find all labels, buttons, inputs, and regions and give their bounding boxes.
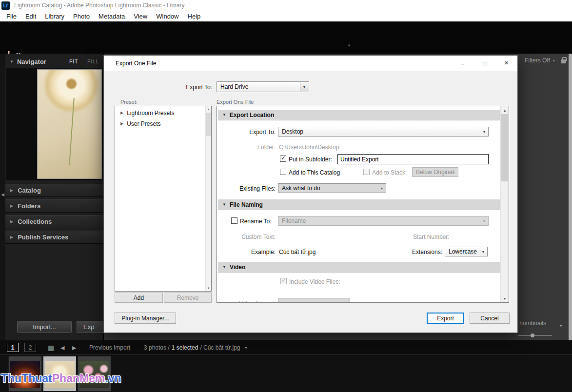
right-panel-scrollbar[interactable] bbox=[569, 54, 572, 340]
cancel-button[interactable]: Cancel bbox=[470, 313, 510, 324]
selection-status[interactable]: 3 photos / 1 selected / Cúc bất tử.jpg ▾ bbox=[144, 344, 247, 351]
preset-item-lightroom-presets[interactable]: ▶ Lightroom Presets bbox=[115, 106, 211, 117]
lightroom-app-icon: Lr bbox=[1, 1, 10, 10]
existing-files-combo[interactable]: Ask what to do ▾ bbox=[278, 183, 386, 193]
import-button[interactable]: Import... bbox=[17, 321, 72, 333]
filmstrip-options-caret-icon[interactable]: ▾ bbox=[560, 323, 562, 328]
left-panel-gutter: ◀ bbox=[0, 54, 5, 340]
app-window: Lr Lightroom Catalog - Adobe Photoshop L… bbox=[0, 0, 572, 392]
menu-item-view[interactable]: View bbox=[129, 13, 152, 20]
combo-arrow-icon: ▾ bbox=[345, 301, 347, 303]
scroll-up-icon[interactable]: ▲ bbox=[501, 106, 509, 114]
menu-item-photo[interactable]: Photo bbox=[69, 13, 94, 20]
section-title: Video bbox=[230, 264, 245, 271]
navigator-fill-option[interactable]: FILL bbox=[87, 59, 99, 64]
secondary-window-button[interactable]: 2 bbox=[24, 343, 36, 352]
watermark-part-1: ThuThuat bbox=[1, 372, 52, 385]
filters-control[interactable]: Filters Off ▾ bbox=[525, 57, 566, 64]
navigator-collapse-icon: ▼ bbox=[10, 59, 14, 64]
maximize-button[interactable]: □ bbox=[473, 56, 495, 71]
source-indicator[interactable]: Previous Import bbox=[89, 344, 130, 351]
remove-preset-button[interactable]: Remove bbox=[164, 293, 212, 303]
menu-item-library[interactable]: Library bbox=[40, 13, 69, 20]
navigator-header[interactable]: ▼ Navigator FIT FILL bbox=[5, 56, 103, 67]
section-header-export-location[interactable]: ▼ Export Location bbox=[218, 110, 500, 120]
add-to-catalog-label: Add to This Catalog bbox=[289, 169, 340, 176]
check-icon: ✓ bbox=[281, 155, 286, 161]
sidebar-section-publish-services[interactable]: ▶ Publish Services bbox=[5, 231, 103, 244]
combo-value: Ask what to do bbox=[282, 185, 320, 192]
combo-arrow-icon[interactable]: ▾ bbox=[300, 82, 308, 91]
export-settings-panel: ▼ Export Location Export To: Desktop ▾ F… bbox=[217, 106, 509, 303]
video-format-combo[interactable]: ▾ bbox=[278, 298, 350, 303]
navigator-fit-option[interactable]: FIT bbox=[69, 59, 78, 64]
navigator-preview-image[interactable] bbox=[37, 69, 102, 179]
add-preset-button[interactable]: Add bbox=[115, 293, 163, 303]
thumbnail-size-slider[interactable] bbox=[518, 335, 552, 336]
lock-icon[interactable] bbox=[561, 59, 566, 63]
section-header-file-naming[interactable]: ▼ File Naming bbox=[218, 199, 500, 210]
left-panel-collapse-icon[interactable]: ◀ bbox=[1, 192, 4, 197]
include-video-label: Include Video Files: bbox=[289, 278, 340, 285]
location-export-to-label: Export To: bbox=[217, 129, 276, 136]
sidebar-section-catalog[interactable]: ▶ Catalog bbox=[5, 184, 103, 197]
next-photo-icon[interactable]: ▶ bbox=[72, 345, 76, 351]
main-window-button[interactable]: 1 bbox=[7, 343, 19, 352]
rename-template-combo[interactable]: Filename ▾ bbox=[278, 216, 489, 226]
subfolder-name-input[interactable] bbox=[337, 154, 489, 164]
scroll-up-icon[interactable]: ▲ bbox=[206, 106, 211, 112]
export-confirm-button[interactable]: Export bbox=[427, 313, 464, 324]
combo-value: Hard Drive bbox=[220, 83, 248, 90]
photo-count: 3 photos / bbox=[144, 344, 170, 351]
site-watermark: ThuThuatPhanMem.vn bbox=[1, 372, 121, 385]
folder-path-value: C:\Users\John\Desktop bbox=[279, 144, 339, 151]
menubar: File Edit Library Photo Metadata View Wi… bbox=[0, 11, 572, 21]
preset-list: ▶ Lightroom Presets ▶ User Presets ▲ ▼ bbox=[115, 106, 212, 292]
include-video-checkbox[interactable]: ✓ bbox=[280, 278, 287, 284]
expander-icon[interactable]: ▶ bbox=[120, 111, 123, 115]
scrollbar-thumb[interactable] bbox=[206, 113, 211, 136]
scroll-down-icon[interactable]: ▼ bbox=[206, 285, 211, 291]
export-destination-combo[interactable]: Hard Drive ▾ bbox=[217, 81, 309, 92]
section-header-video[interactable]: ▼ Video bbox=[218, 262, 500, 273]
stack-position-combo[interactable]: Below Original ▾ bbox=[412, 167, 458, 177]
scroll-down-icon[interactable]: ▼ bbox=[501, 294, 509, 302]
section-label: Catalog bbox=[18, 187, 41, 194]
check-icon: ✓ bbox=[281, 277, 286, 284]
put-in-subfolder-checkbox[interactable]: ✓ bbox=[280, 156, 286, 162]
minimize-button[interactable]: – bbox=[452, 56, 473, 71]
thumbnail-size-slider-knob[interactable] bbox=[531, 333, 534, 337]
menu-item-window[interactable]: Window bbox=[152, 13, 183, 20]
close-button[interactable]: ✕ bbox=[495, 56, 517, 71]
preset-label: Preset: bbox=[120, 99, 138, 105]
menu-item-metadata[interactable]: Metadata bbox=[94, 13, 129, 20]
combo-value: Lowercase bbox=[449, 248, 477, 255]
export-button[interactable]: Exp bbox=[77, 321, 104, 333]
expander-icon: ▶ bbox=[10, 204, 13, 208]
add-to-stack-checkbox[interactable] bbox=[363, 169, 370, 175]
menu-item-file[interactable]: File bbox=[2, 13, 21, 20]
rename-to-checkbox[interactable] bbox=[231, 217, 237, 224]
expander-icon[interactable]: ▶ bbox=[120, 121, 123, 126]
filters-caret-icon: ▾ bbox=[553, 59, 555, 63]
extensions-combo[interactable]: Lowercase ▾ bbox=[445, 247, 488, 256]
settings-scrollbar[interactable]: ▲ ▼ bbox=[500, 106, 509, 302]
dialog-titlebar[interactable]: Export One File – □ ✕ bbox=[104, 56, 517, 71]
dialog-title: Export One File bbox=[116, 60, 156, 67]
navigator-title: Navigator bbox=[17, 58, 46, 65]
expander-icon: ▶ bbox=[10, 235, 13, 239]
add-to-catalog-checkbox[interactable] bbox=[280, 169, 286, 175]
export-folder-combo[interactable]: Desktop ▾ bbox=[278, 127, 489, 137]
sidebar-section-collections[interactable]: ▶ Collections bbox=[5, 215, 103, 228]
sidebar-section-folders[interactable]: ▶ Folders bbox=[5, 199, 103, 213]
grid-view-icon[interactable]: ▦ bbox=[48, 344, 54, 352]
plugin-manager-button[interactable]: Plug-in Manager... bbox=[115, 313, 176, 324]
identity-plate-header: Lr Adobe Lightroom Classic Get started w… bbox=[0, 21, 572, 54]
top-panel-collapse-icon[interactable]: ▲ bbox=[347, 43, 351, 47]
previous-photo-icon[interactable]: ◀ bbox=[60, 345, 64, 351]
menu-item-edit[interactable]: Edit bbox=[21, 13, 40, 20]
menu-item-help[interactable]: Help bbox=[183, 13, 205, 20]
preset-item-user-presets[interactable]: ▶ User Presets bbox=[115, 117, 211, 128]
preset-list-scrollbar[interactable]: ▲ ▼ bbox=[205, 106, 211, 291]
scrollbar-thumb[interactable] bbox=[501, 114, 508, 181]
